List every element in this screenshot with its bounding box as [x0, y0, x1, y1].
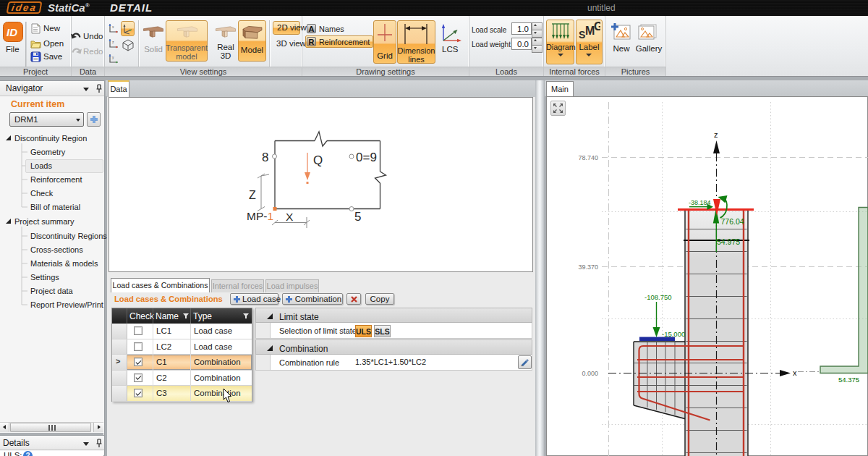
svg-text:54.975: 54.975 — [717, 237, 740, 246]
svg-text:z: z — [112, 40, 114, 44]
svg-text:x: x — [112, 25, 114, 29]
svg-text:-15.000: -15.000 — [662, 330, 685, 338]
svg-text:-38.184: -38.184 — [689, 199, 711, 206]
svg-text:G: G — [594, 21, 600, 33]
svg-text:-108.750: -108.750 — [644, 293, 672, 301]
svg-text:0=9: 0=9 — [356, 151, 377, 164]
svg-text:0.000: 0.000 — [582, 370, 598, 377]
svg-text:MP-1: MP-1 — [247, 210, 273, 222]
svg-text:54.375: 54.375 — [838, 376, 859, 384]
svg-text:X: X — [286, 211, 294, 223]
svg-text:Z: Z — [249, 189, 256, 201]
svg-text:8: 8 — [262, 151, 268, 164]
svg-text:ID: ID — [7, 26, 17, 38]
svg-text:y: y — [112, 55, 114, 59]
svg-text:5: 5 — [354, 210, 361, 224]
svg-text:Q: Q — [313, 153, 323, 167]
svg-text:S: S — [579, 29, 585, 41]
svg-text:x: x — [793, 368, 797, 377]
svg-text:78.740: 78.740 — [578, 154, 598, 161]
svg-text:z: z — [714, 130, 718, 139]
svg-text:39.370: 39.370 — [578, 263, 598, 271]
svg-text:776.04: 776.04 — [721, 217, 744, 226]
